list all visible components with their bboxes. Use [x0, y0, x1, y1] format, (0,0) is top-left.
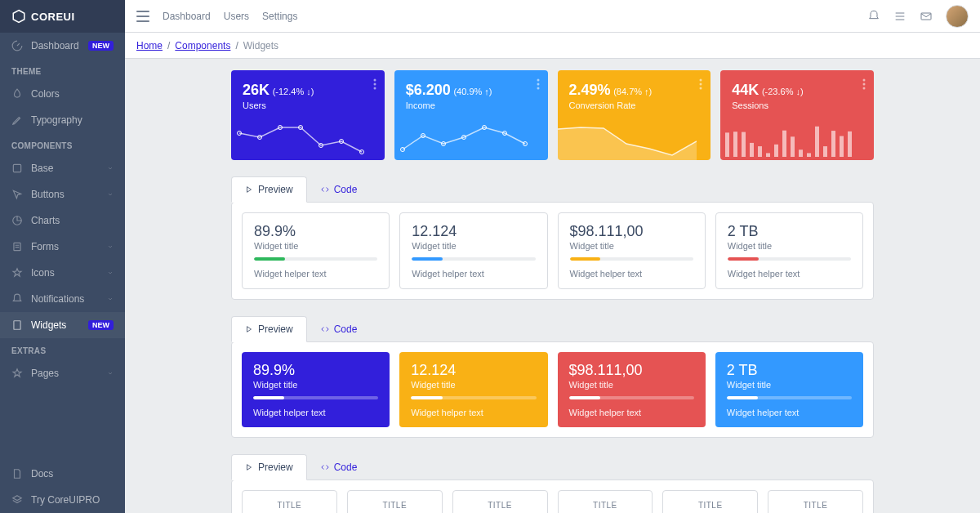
svg-rect-4 — [14, 321, 20, 330]
mini-title: TITLE — [249, 501, 330, 510]
svg-point-18 — [537, 87, 539, 90]
sidebar: COREUI Dashboard NEW THEME Colors Typogr… — [0, 0, 125, 513]
widget-card: 2 TBWidget titleWidget helper text — [715, 212, 863, 289]
chevron-down-icon — [107, 370, 114, 377]
play-icon — [245, 325, 253, 333]
more-icon[interactable] — [373, 78, 376, 92]
menu-toggle[interactable] — [136, 11, 149, 22]
tab-preview[interactable]: Preview — [231, 316, 307, 342]
chevron-down-icon — [107, 191, 114, 198]
svg-point-28 — [700, 87, 702, 90]
widget-helper: Widget helper text — [569, 408, 694, 417]
widget-value: $98.111,00 — [570, 223, 693, 240]
sidebar-item-notifications[interactable]: Notifications — [0, 286, 125, 312]
sidebar-item-typography[interactable]: Typography — [0, 107, 125, 133]
sidebar-item-widgets[interactable]: Widgets NEW — [0, 312, 125, 338]
widget-value: 12.124 — [412, 223, 535, 240]
sparkline-icon — [231, 121, 370, 160]
envelope-icon[interactable] — [920, 10, 933, 23]
sidebar-item-trypro[interactable]: Try CoreUIPRO — [0, 487, 125, 513]
svg-rect-36 — [758, 146, 762, 157]
stat-card: 2.49% (84.7% ↑) Conversion Rate — [558, 70, 711, 160]
widget-title: Widget title — [569, 380, 694, 390]
svg-rect-40 — [791, 136, 795, 157]
mini-title: TITLE — [670, 501, 751, 510]
tab-preview[interactable]: Preview — [231, 454, 307, 480]
header-nav-settings[interactable]: Settings — [262, 11, 297, 22]
svg-rect-43 — [815, 127, 819, 157]
mini-chart-row: TITLE1,123TITLE1,123TITLE1,123TITLE1,123… — [242, 490, 863, 513]
widget-value: $98.111,00 — [569, 362, 694, 379]
breadcrumb-components[interactable]: Components — [175, 40, 230, 51]
stat-percent: (-23.6% ↓) — [762, 87, 804, 96]
star-icon — [11, 267, 23, 279]
breadcrumb-home[interactable]: Home — [136, 40, 163, 51]
stat-card: $6.200 (40.9% ↑) Income — [394, 70, 548, 160]
bell-icon[interactable] — [867, 10, 880, 23]
widget-card: 12.124Widget titleWidget helper text — [399, 352, 547, 427]
list-icon[interactable] — [893, 10, 906, 23]
file-icon — [11, 468, 23, 480]
svg-point-26 — [700, 79, 702, 82]
svg-rect-45 — [831, 131, 835, 157]
svg-rect-42 — [807, 153, 811, 157]
widget-helper: Widget helper text — [728, 269, 851, 279]
chevron-down-icon — [107, 296, 114, 302]
sidebar-item-dashboard[interactable]: Dashboard NEW — [0, 33, 125, 59]
svg-point-30 — [863, 83, 866, 86]
sidebar-item-buttons[interactable]: Buttons — [0, 181, 125, 207]
sidebar-item-forms[interactable]: Forms — [0, 234, 125, 260]
mini-title: TITLE — [460, 501, 541, 510]
widget-row-a: 89.9%Widget titleWidget helper text12.12… — [242, 212, 863, 289]
avatar[interactable] — [946, 5, 969, 28]
sidebar-item-colors[interactable]: Colors — [0, 81, 125, 107]
svg-point-6 — [373, 79, 376, 82]
svg-marker-0 — [13, 11, 24, 23]
svg-rect-34 — [742, 132, 746, 157]
sidebar-item-base[interactable]: Base — [0, 155, 125, 181]
brand[interactable]: COREUI — [0, 0, 125, 33]
stat-label: Conversion Rate — [569, 100, 700, 110]
tab-code[interactable]: Code — [307, 316, 372, 342]
chart-icon — [11, 215, 23, 226]
header-nav-dashboard[interactable]: Dashboard — [163, 11, 211, 22]
sidebar-item-label: Typography — [31, 114, 114, 126]
sidebar-section-components: COMPONENTS — [0, 133, 125, 155]
sidebar-item-label: Docs — [31, 468, 114, 480]
tab-code[interactable]: Code — [307, 176, 372, 203]
stat-value: 26K — [243, 82, 270, 98]
tab-preview[interactable]: Preview — [231, 176, 307, 203]
tab-label: Code — [334, 323, 358, 335]
svg-rect-38 — [774, 145, 778, 157]
sidebar-item-charts[interactable]: Charts — [0, 207, 125, 234]
more-icon[interactable] — [699, 78, 702, 92]
more-icon[interactable] — [862, 78, 866, 92]
sidebar-section-extras: EXTRAS — [0, 338, 125, 360]
stat-percent: (40.9% ↑) — [453, 87, 492, 96]
widget-helper: Widget helper text — [727, 408, 852, 417]
sidebar-item-label: Dashboard — [31, 40, 80, 51]
widget-title: Widget title — [412, 241, 535, 251]
svg-rect-47 — [848, 132, 852, 157]
widget-helper: Widget helper text — [412, 269, 535, 279]
svg-point-17 — [537, 83, 539, 86]
chevron-down-icon — [107, 270, 114, 276]
widget-title: Widget title — [254, 241, 377, 251]
svg-rect-39 — [782, 131, 786, 157]
tab-code[interactable]: Code — [307, 454, 372, 480]
sparkbars-icon — [720, 121, 859, 160]
stat-card: 26K (-12.4% ↓) Users — [231, 70, 385, 160]
svg-rect-44 — [823, 146, 827, 157]
svg-rect-32 — [725, 132, 729, 157]
sidebar-item-icons[interactable]: Icons — [0, 260, 125, 286]
header-nav-users[interactable]: Users — [224, 11, 249, 22]
sidebar-item-docs[interactable]: Docs — [0, 461, 125, 487]
sidebar-item-label: Notifications — [31, 293, 99, 305]
code-icon — [321, 325, 329, 333]
logo-icon — [11, 9, 26, 24]
more-icon[interactable] — [537, 78, 540, 92]
widget-card: 89.9%Widget titleWidget helper text — [242, 352, 390, 427]
sidebar-item-pages[interactable]: Pages — [0, 360, 125, 386]
mini-chart-card: TITLE1,123 — [558, 490, 653, 513]
mini-chart-card: TITLE1,123 — [452, 490, 548, 513]
